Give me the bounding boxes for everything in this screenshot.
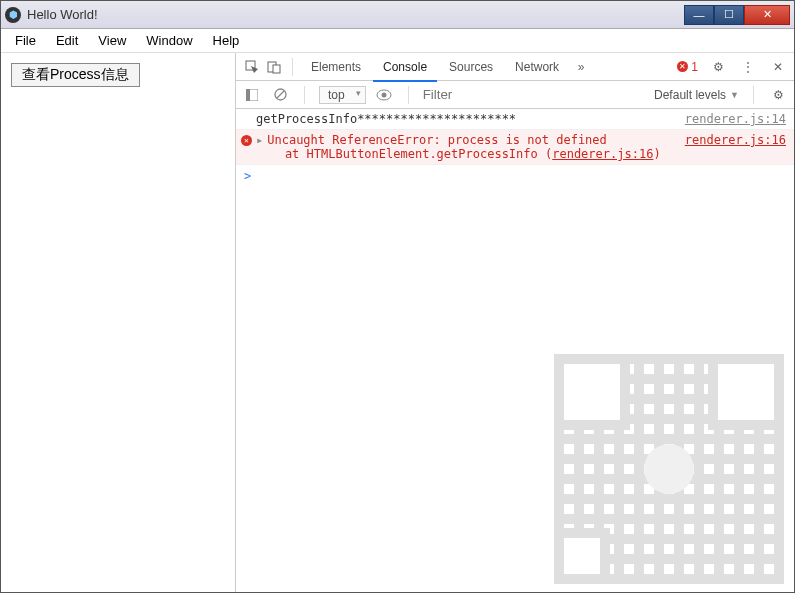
tab-elements[interactable]: Elements [301,54,371,80]
inspect-icon[interactable] [242,57,262,77]
stack-source-link[interactable]: renderer.js:16 [552,147,653,161]
filter-input[interactable] [423,87,513,102]
close-button[interactable]: ✕ [744,5,790,25]
menu-view[interactable]: View [90,31,134,50]
devtools-tabs: Elements Console Sources Network » ✕1 ⚙ … [236,53,794,81]
live-expression-icon[interactable] [374,85,394,105]
error-count: 1 [691,60,698,74]
window-title: Hello World! [27,7,684,22]
devtools-close-icon[interactable]: ✕ [768,57,788,77]
error-row: ✕ ▸Uncaught ReferenceError: process is n… [236,130,794,165]
titlebar: ⬢ Hello World! — ☐ ✕ [1,1,794,29]
expand-arrow-icon[interactable]: ▸ [256,133,263,147]
menubar: File Edit View Window Help [1,29,794,53]
sidebar-toggle-icon[interactable] [242,85,262,105]
window-controls: — ☐ ✕ [684,5,790,25]
console-toolbar: top Default levels▼ ⚙ [236,81,794,109]
separator [753,86,754,104]
menu-help[interactable]: Help [205,31,248,50]
log-message: getProcessInfo********************** [256,112,677,126]
log-row: getProcessInfo********************** ren… [236,109,794,130]
svg-rect-2 [273,65,280,73]
qr-watermark [554,354,784,584]
clear-console-icon[interactable] [270,85,290,105]
svg-point-8 [381,92,386,97]
separator [304,86,305,104]
maximize-button[interactable]: ☐ [714,5,744,25]
more-tabs-icon[interactable]: » [571,57,591,77]
console-settings-icon[interactable]: ⚙ [768,85,788,105]
settings-icon[interactable]: ⚙ [708,57,728,77]
devtools-panel: Elements Console Sources Network » ✕1 ⚙ … [236,53,794,593]
tab-network[interactable]: Network [505,54,569,80]
menu-file[interactable]: File [7,31,44,50]
console-body: getProcessInfo********************** ren… [236,109,794,593]
log-source-link[interactable]: renderer.js:14 [685,112,786,126]
tab-sources[interactable]: Sources [439,54,503,80]
log-levels-selector[interactable]: Default levels▼ [654,88,739,102]
error-message: ▸Uncaught ReferenceError: process is not… [256,133,677,161]
chevron-down-icon: ▼ [730,90,739,100]
console-prompt[interactable]: > [236,165,794,187]
minimize-button[interactable]: — [684,5,714,25]
menu-window[interactable]: Window [138,31,200,50]
error-dot-icon: ✕ [677,61,688,72]
separator [408,86,409,104]
more-icon[interactable]: ⋮ [738,57,758,77]
error-badge[interactable]: ✕1 [677,60,698,74]
content: 查看Process信息 Elements Console Sources Net… [1,53,794,593]
menu-edit[interactable]: Edit [48,31,86,50]
svg-rect-4 [246,89,250,101]
error-icon: ✕ [241,135,252,146]
error-source-link[interactable]: renderer.js:16 [685,133,786,161]
device-toggle-icon[interactable] [264,57,284,77]
separator [292,58,293,76]
get-process-info-button[interactable]: 查看Process信息 [11,63,140,87]
app-pane: 查看Process信息 [1,53,236,593]
svg-line-6 [276,91,284,99]
context-selector[interactable]: top [319,86,366,104]
app-icon: ⬢ [5,7,21,23]
tab-console[interactable]: Console [373,54,437,82]
